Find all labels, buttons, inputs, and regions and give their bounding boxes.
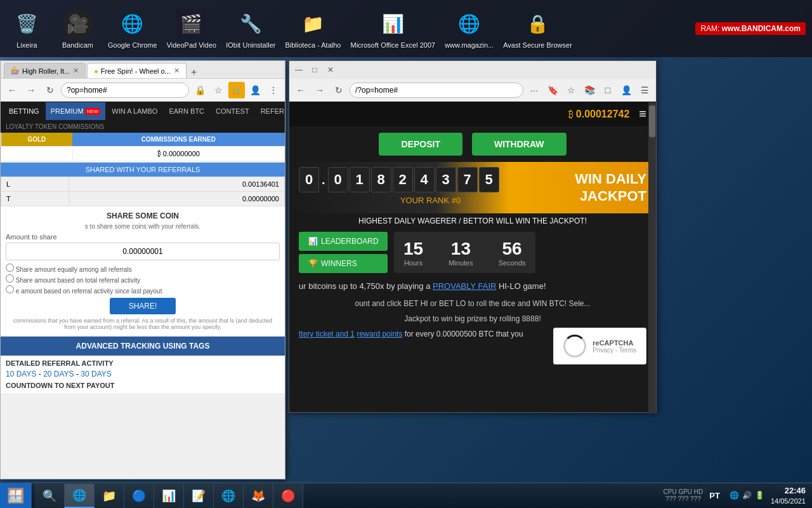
deposit-button[interactable]: DEPOSIT — [379, 133, 462, 156]
avatar-button[interactable]: 👤 — [247, 82, 263, 98]
your-rank: YOUR RANK #0 — [299, 192, 562, 208]
nav-win-lambo[interactable]: WIN A LAMBO — [107, 102, 162, 120]
scrollbar-thumb[interactable] — [649, 105, 655, 137]
taskbar-app-chrome[interactable]: 🌐 — [65, 484, 95, 508]
taskbar-app-red[interactable]: 🔴 — [273, 484, 303, 508]
lixeira-label: Lixeira — [16, 41, 37, 49]
right-account-btn[interactable]: 👤 — [618, 82, 634, 98]
shared-section: SHARED WITH YOUR REFERRALS — [1, 163, 285, 177]
share-button[interactable]: SHARE! — [110, 298, 176, 314]
right-menu-btn[interactable]: ☰ — [636, 82, 653, 98]
nav-refer[interactable]: REFER — [256, 102, 285, 120]
radio-equally[interactable]: Share amount equally among all referrals — [6, 264, 280, 273]
10-days-link[interactable]: 10 DAYS — [6, 370, 36, 378]
back-button[interactable]: ← — [4, 82, 20, 98]
seconds-value: 56 — [499, 239, 526, 259]
taskbar-app-chrome2[interactable]: 🌐 — [214, 484, 244, 508]
avast-icon: 🔒 — [523, 9, 553, 39]
gpu-label: GPU — [678, 488, 692, 495]
tab-close-high-roller[interactable]: ✕ — [73, 67, 79, 75]
nav-premium[interactable]: PREMIUM NEW — [46, 102, 106, 120]
desktop-icon-msoffice[interactable]: 📊 Microsoft Office Excel 2007 — [350, 9, 435, 49]
refresh-button[interactable]: ↻ — [42, 82, 58, 98]
chrome-app-icon: 🌐 — [72, 488, 86, 502]
right-more-btn[interactable]: ··· — [526, 82, 542, 98]
desktop-icon-biblioteca[interactable]: 📁 Biblioteca - Atalho — [285, 9, 341, 49]
right-reader-btn[interactable]: □ — [599, 82, 616, 98]
taskbar-app-search[interactable]: 🔍 — [35, 484, 65, 508]
tab-icon-high-roller: 🎰 — [11, 67, 20, 75]
iobit-label: IObit Uninstaller — [226, 41, 275, 49]
30-days-link[interactable]: 30 DAYS — [81, 370, 111, 378]
magazine-label: www.magazin... — [445, 41, 494, 49]
browser-tabs-left: 🎰 High Roller, It... ✕ ● Free Spin! - Wh… — [1, 61, 285, 79]
winners-button[interactable]: 🏆 WINNERS — [299, 254, 388, 273]
lb-buttons: 📊 LEADERBOARD 🏆 WINNERS — [299, 232, 388, 273]
desktop-icon-iobit[interactable]: 🔧 IObit Uninstaller — [226, 9, 275, 49]
right-url-input[interactable] — [350, 83, 523, 98]
url-input[interactable] — [61, 83, 189, 98]
jackpot-numbers: 0 . 0 1 8 2 4 3 7 5 — [299, 167, 562, 192]
20-days-link[interactable]: 20 DAYS — [43, 370, 74, 378]
start-button[interactable]: 🪟 — [0, 483, 32, 509]
battery-tray-icon: 🔋 — [755, 491, 764, 500]
amount-input[interactable] — [6, 243, 280, 260]
right-back-button[interactable]: ← — [292, 82, 309, 98]
tab-close-free-spin[interactable]: ✕ — [174, 67, 180, 75]
menu-button[interactable]: ⋮ — [265, 82, 282, 98]
taskbar-app-excel[interactable]: 📊 — [154, 484, 184, 508]
maximize-button[interactable]: □ — [308, 64, 321, 76]
desktop-icon-chrome[interactable]: 🌐 Google Chrome — [108, 9, 157, 49]
game-header: ₿ 0.00012742 ≡ — [289, 102, 656, 126]
add-tab-button[interactable]: + — [188, 67, 200, 78]
digit-0: 0 — [299, 167, 319, 192]
taskbar-app-folder[interactable]: 📁 — [95, 484, 124, 508]
extensions-button[interactable]: 🛒 — [228, 82, 245, 98]
scrollbar[interactable] — [648, 102, 656, 413]
right-bookmark-btn[interactable]: 🔖 — [544, 82, 561, 98]
leaderboard-button[interactable]: 📊 LEADERBOARD — [299, 232, 388, 251]
referral-row-l: L 0.00136401 — [1, 177, 285, 192]
nav-contest[interactable]: CONTEST — [211, 102, 254, 120]
nav-earn-btc[interactable]: EARN BTC — [164, 102, 209, 120]
radio-since-last[interactable]: e amount based on referral activity sinc… — [6, 285, 280, 295]
taskbar-app-ccleaner[interactable]: 🔵 — [124, 484, 154, 508]
right-refresh-button[interactable]: ↻ — [331, 82, 347, 98]
forward-button[interactable]: → — [23, 82, 39, 98]
share-coin-title: SHARE SOME COIN — [6, 211, 280, 220]
desktop-icon-bandicam[interactable]: 🎥 Bandicam — [57, 9, 98, 49]
desktop-icon-magazine[interactable]: 🌐 www.magazin... — [445, 9, 494, 49]
advanced-tracking-button[interactable]: ADVANCED TRACKING USING TAGS — [1, 337, 285, 356]
loyalty-gold-cell — [1, 147, 73, 161]
ssl-button[interactable]: 🔒 — [192, 82, 208, 98]
desktop-icon-avast[interactable]: 🔒 Avast Secure Browser — [503, 9, 572, 49]
msoffice-label: Microsoft Office Excel 2007 — [350, 41, 435, 49]
right-forward-button[interactable]: → — [311, 82, 328, 98]
tab-icon-free-spin: ● — [94, 67, 98, 75]
referral-row-t: T 0.00000000 — [1, 192, 285, 206]
taskbar-app-word[interactable]: 📝 — [184, 484, 214, 508]
tab-high-roller[interactable]: 🎰 High Roller, It... ✕ — [4, 63, 86, 78]
tab-free-spin[interactable]: ● Free Spin! - Wheel o... ✕ — [87, 63, 187, 78]
minimize-button[interactable]: — — [292, 64, 305, 76]
close-button[interactable]: ✕ — [324, 64, 337, 76]
game-content: ₿ 0.00012742 ≡ DEPOSIT WITHDRAW 0 . 0 1 … — [289, 102, 656, 412]
desktop-icon-videopad[interactable]: 🎬 VideoPad Video — [167, 9, 217, 49]
nav-icons-group: 🔒 ☆ 🛒 👤 ⋮ — [192, 82, 282, 98]
lottery-ticket-link[interactable]: ttery ticket and 1 — [299, 330, 355, 338]
provably-fair-link[interactable]: PROVABLY FAIR — [433, 281, 496, 291]
right-star-btn[interactable]: ☆ — [563, 82, 579, 98]
hamburger-menu[interactable]: ≡ — [639, 107, 646, 121]
nav-betting[interactable]: BETTING — [4, 102, 44, 120]
right-library-btn[interactable]: 📚 — [581, 82, 598, 98]
btc-balance: 0.00012742 — [576, 109, 630, 120]
sysinfo-row1: CPU GPU HD — [664, 488, 704, 495]
browser-nav-right: ← → ↻ ··· 🔖 ☆ 📚 □ 👤 ☰ — [289, 79, 656, 102]
withdraw-button[interactable]: WITHDRAW — [472, 133, 566, 156]
star-button[interactable]: ☆ — [210, 82, 226, 98]
desktop-icon-lixeira[interactable]: 🗑️ Lixeira — [6, 9, 48, 49]
taskbar-app-firefox[interactable]: 🦊 — [244, 484, 273, 508]
digit-8: 5 — [479, 167, 499, 192]
radio-total[interactable]: Share amount based on total referral act… — [6, 274, 280, 284]
reward-points-link[interactable]: reward points — [357, 330, 402, 338]
